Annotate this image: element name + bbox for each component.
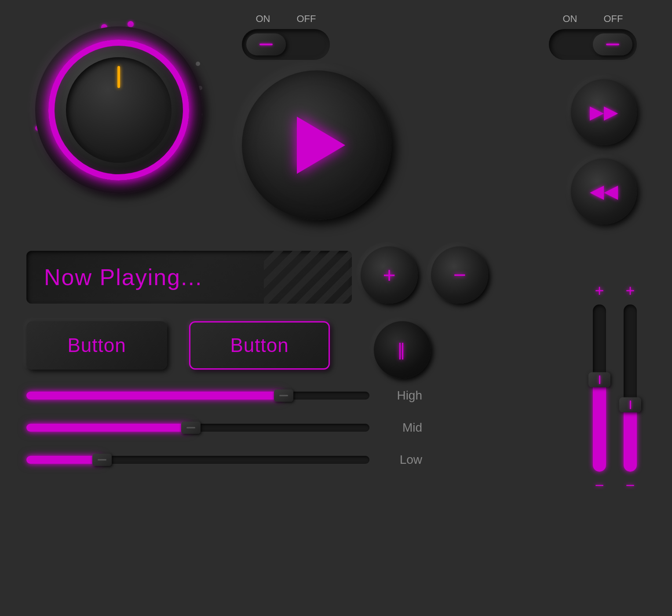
- slider-low-fill: [26, 456, 102, 464]
- toggle-switch-left[interactable]: [242, 29, 330, 60]
- plus-icon: +: [383, 264, 395, 286]
- toggle-thumb-r: [593, 33, 632, 55]
- v-slider-left-plus[interactable]: +: [595, 282, 604, 300]
- toggle-on-label-r: ON: [563, 13, 577, 25]
- v-slider-right-minus[interactable]: −: [625, 476, 635, 495]
- v-slider-left-minus[interactable]: −: [595, 476, 604, 495]
- volume-knob[interactable]: [35, 26, 202, 194]
- slider-mid-wrapper: Mid: [26, 424, 369, 432]
- toggle-line: [259, 44, 273, 45]
- stripe-decoration: [264, 251, 352, 304]
- slider-low-label: Low: [400, 453, 422, 467]
- slider-high-label: High: [397, 389, 422, 403]
- slider-low-track[interactable]: [26, 456, 369, 464]
- button-2[interactable]: Button: [189, 321, 330, 370]
- toggle-labels: ON OFF: [256, 13, 316, 25]
- play-icon: [297, 117, 345, 174]
- rewind-icon: ◀◀: [590, 182, 618, 201]
- minus-icon: −: [453, 264, 466, 286]
- slider-mid-label: Mid: [402, 421, 422, 435]
- horizontal-sliders: High Mid Low: [26, 392, 387, 464]
- fast-forward-button[interactable]: ▶▶: [571, 79, 637, 145]
- slider-mid-track[interactable]: [26, 424, 369, 432]
- plus-minus-section: + −: [361, 246, 488, 304]
- pause-icon: ‖: [397, 340, 408, 359]
- toggle-thumb: [246, 33, 286, 55]
- plus-button[interactable]: +: [361, 246, 418, 304]
- button-1[interactable]: Button: [26, 321, 167, 370]
- toggle-labels-right: ON OFF: [563, 13, 623, 25]
- slider-low-wrapper: Low: [26, 456, 369, 464]
- toggle-group-left: ON OFF: [242, 13, 330, 60]
- vertical-sliders: + − + −: [593, 282, 637, 495]
- slider-low-thumb[interactable]: [92, 454, 112, 466]
- slider-high-thumb[interactable]: [274, 389, 293, 402]
- v-slider-right-plus[interactable]: +: [625, 282, 635, 300]
- toggle-line-r: [606, 44, 619, 45]
- fast-forward-icon: ▶▶: [590, 103, 618, 121]
- toggle-group-right: ON OFF: [549, 13, 637, 60]
- v-slider-left-track[interactable]: [593, 304, 606, 472]
- dot-decoration: [128, 21, 134, 27]
- play-section: [242, 70, 391, 220]
- knob-section: [26, 18, 211, 211]
- v-slider-left-thumb[interactable]: [588, 372, 610, 387]
- v-slider-left-col: + −: [593, 282, 606, 495]
- v-slider-right-track[interactable]: [624, 304, 637, 472]
- knob-ring: [48, 40, 189, 180]
- v-slider-right-col: + −: [624, 282, 637, 495]
- knob-inner: [66, 57, 172, 163]
- v-slider-left-fill: [593, 380, 606, 472]
- rewind-button[interactable]: ◀◀: [571, 158, 637, 224]
- now-playing-text: Now Playing...: [44, 264, 202, 290]
- slider-mid-row: Mid: [26, 424, 387, 432]
- dot-decoration-grey: [196, 62, 200, 66]
- minus-button[interactable]: −: [431, 246, 488, 304]
- v-slider-right-fill: [624, 405, 637, 472]
- slider-high-fill: [26, 392, 284, 400]
- toggle-off-label-r: OFF: [604, 13, 623, 25]
- slider-high-wrapper: High: [26, 392, 369, 400]
- transport-controls: ▶▶ ◀◀: [571, 79, 637, 224]
- main-container: ON OFF ON OFF: [0, 0, 672, 616]
- toggles-left-section: ON OFF: [242, 13, 330, 60]
- slider-high-row: High: [26, 392, 387, 400]
- v-slider-right-thumb[interactable]: [619, 397, 641, 412]
- pause-button[interactable]: ‖: [374, 321, 431, 378]
- slider-high-track[interactable]: [26, 392, 369, 400]
- now-playing-bar: Now Playing...: [26, 251, 352, 304]
- buttons-section: Button Button: [26, 321, 330, 370]
- toggles-right-section: ON OFF: [549, 13, 637, 60]
- slider-mid-fill: [26, 424, 191, 432]
- slider-low-row: Low: [26, 456, 387, 464]
- knob-indicator: [117, 66, 120, 88]
- play-button[interactable]: [242, 70, 391, 220]
- toggle-switch-right[interactable]: [549, 29, 637, 60]
- toggle-off-label: OFF: [297, 13, 316, 25]
- slider-mid-thumb[interactable]: [181, 422, 201, 434]
- toggle-on-label: ON: [256, 13, 270, 25]
